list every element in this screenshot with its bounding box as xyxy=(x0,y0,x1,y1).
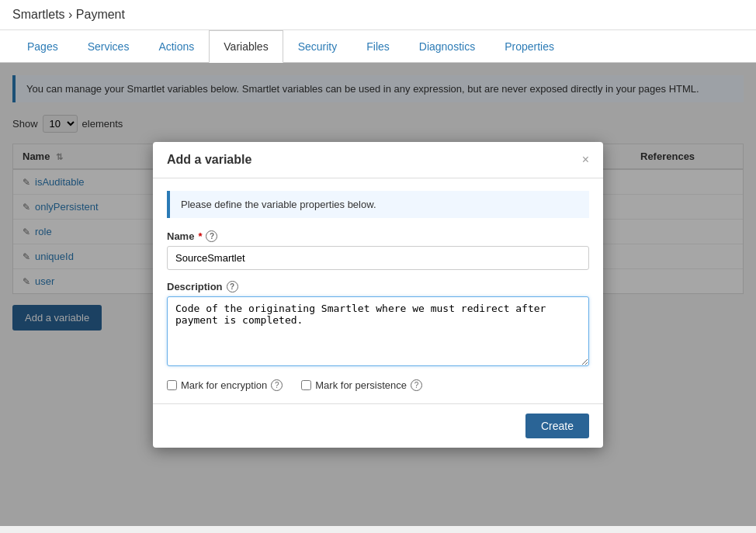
tab-variables[interactable]: Variables xyxy=(209,30,283,63)
name-field-group: Name * ? xyxy=(167,230,589,270)
modal-footer: Create xyxy=(153,403,603,448)
encryption-label: Mark for encryption xyxy=(181,379,267,391)
name-label: Name * ? xyxy=(167,230,589,242)
tab-services[interactable]: Services xyxy=(73,30,144,63)
tabs-bar: Pages Services Actions Variables Securit… xyxy=(0,30,756,63)
description-help-icon[interactable]: ? xyxy=(227,281,238,292)
encryption-help-icon[interactable]: ? xyxy=(271,379,283,391)
create-button[interactable]: Create xyxy=(525,414,589,438)
breadcrumb-separator: › xyxy=(68,8,72,21)
breadcrumb-page: Payment xyxy=(76,8,125,21)
encryption-checkbox[interactable] xyxy=(167,380,177,390)
description-field-group: Description ? Code of the originating <s… xyxy=(167,281,589,369)
modal-info-text: Please define the variable properties be… xyxy=(167,191,589,218)
persistence-help-icon[interactable]: ? xyxy=(411,379,422,391)
add-variable-modal: Add a variable × Please define the varia… xyxy=(153,142,603,448)
description-label: Description ? xyxy=(167,281,589,292)
name-required: * xyxy=(198,230,202,242)
tab-diagnostics[interactable]: Diagnostics xyxy=(404,30,490,63)
modal-title: Add a variable xyxy=(167,153,251,167)
main-content: You can manage your Smartlet variables b… xyxy=(0,63,756,526)
persistence-checkbox-label[interactable]: Mark for persistence ? xyxy=(301,379,422,391)
modal-close-button[interactable]: × xyxy=(582,154,589,166)
persistence-checkbox[interactable] xyxy=(301,380,311,390)
tab-files[interactable]: Files xyxy=(352,30,404,63)
description-textarea[interactable]: Code of the originating <span class="und… xyxy=(167,296,589,366)
tab-pages[interactable]: Pages xyxy=(12,30,73,63)
tab-actions[interactable]: Actions xyxy=(144,30,209,63)
modal-header: Add a variable × xyxy=(153,142,603,178)
tab-properties[interactable]: Properties xyxy=(490,30,569,63)
modal-overlay: Add a variable × Please define the varia… xyxy=(0,63,756,526)
encryption-checkbox-label[interactable]: Mark for encryption ? xyxy=(167,379,283,391)
tab-security[interactable]: Security xyxy=(283,30,352,63)
name-input[interactable] xyxy=(167,246,589,270)
checkboxes-row: Mark for encryption ? Mark for persisten… xyxy=(167,379,589,391)
name-help-icon[interactable]: ? xyxy=(206,230,217,242)
header: Smartlets › Payment xyxy=(0,0,756,30)
persistence-label: Mark for persistence xyxy=(315,379,407,391)
modal-body: Please define the variable properties be… xyxy=(153,178,603,403)
breadcrumb-app[interactable]: Smartlets xyxy=(12,8,65,21)
breadcrumb: Smartlets › Payment xyxy=(12,8,744,22)
